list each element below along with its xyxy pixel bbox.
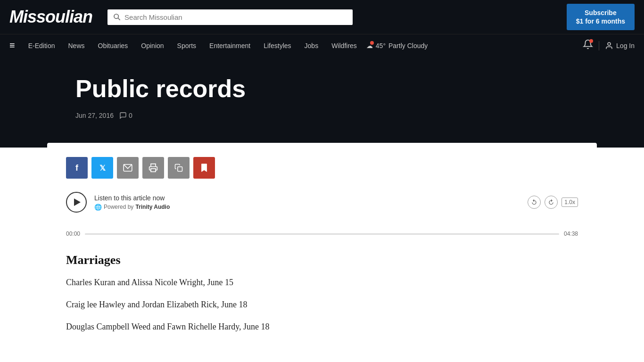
svg-point-0 xyxy=(114,14,118,18)
nav-item-opinion[interactable]: Opinion xyxy=(135,38,169,53)
share-row: f 𝕏 xyxy=(66,157,578,179)
share-print-button[interactable] xyxy=(142,157,164,179)
share-twitter-button[interactable]: 𝕏 xyxy=(91,157,113,179)
svg-line-1 xyxy=(118,18,120,20)
notifications-button[interactable] xyxy=(583,39,593,52)
nav-item-jobs[interactable]: Jobs xyxy=(299,38,324,53)
share-copy-button[interactable] xyxy=(168,157,190,179)
search-input[interactable] xyxy=(124,13,347,21)
weather-temp: 45° xyxy=(376,42,386,49)
login-label: Log In xyxy=(616,42,635,49)
search-icon xyxy=(113,13,121,21)
total-time: 04:38 xyxy=(564,230,578,237)
globe-icon: 🌐 xyxy=(94,204,102,211)
nav-item-obituaries[interactable]: Obituaries xyxy=(92,38,134,53)
top-bar: Missoulian Subscribe $1 for 6 months xyxy=(0,0,644,34)
audio-controls: 1.0x xyxy=(528,196,578,209)
svg-point-2 xyxy=(608,42,611,45)
comment-count: 0 xyxy=(129,112,132,119)
nav-item-entertainment[interactable]: Entertainment xyxy=(204,38,256,53)
current-time: 00:00 xyxy=(66,230,80,237)
nav-item-news[interactable]: News xyxy=(62,38,90,53)
progress-bar[interactable] xyxy=(85,233,559,235)
weather-widget: ☁ 45° Partly Cloudy xyxy=(366,42,428,49)
nav-item-lifestyles[interactable]: Lifestyles xyxy=(258,38,297,53)
marriage-entry-1: Charles Kuran and Alissa Nicole Wright, … xyxy=(66,276,578,289)
forward-button[interactable] xyxy=(545,196,558,209)
weather-alert-dot xyxy=(370,41,374,45)
audio-info: Listen to this article now 🌐 Powered by … xyxy=(94,194,520,211)
section-title: Marriages xyxy=(66,253,578,267)
play-icon xyxy=(74,198,81,206)
share-facebook-button[interactable]: f xyxy=(66,157,88,179)
article-title: Public records xyxy=(75,75,569,102)
article-body: Marriages Charles Kuran and Alissa Nicol… xyxy=(66,253,578,333)
article-meta: Jun 27, 2016 0 xyxy=(75,112,569,119)
svg-rect-4 xyxy=(151,169,156,172)
nav-item-e-edition[interactable]: E-Edition xyxy=(23,38,61,53)
weather-icon: ☁ xyxy=(366,42,373,49)
comment-link[interactable]: 0 xyxy=(119,112,132,119)
audio-title: Listen to this article now xyxy=(94,194,520,202)
login-button[interactable]: Log In xyxy=(605,41,635,50)
nav-item-wildfires[interactable]: Wildfires xyxy=(326,38,363,53)
hamburger-menu[interactable]: ≡ xyxy=(9,40,15,51)
marriage-entry-3: Douglas Campbell Weed and Fawn Richelle … xyxy=(66,320,578,334)
nav-right: Log In xyxy=(583,39,635,52)
share-bookmark-button[interactable] xyxy=(193,157,215,179)
audio-player: Listen to this article now 🌐 Powered by … xyxy=(66,192,578,217)
rewind-button[interactable] xyxy=(528,196,541,209)
content-card: f 𝕏 xyxy=(47,143,597,361)
weather-condition: Partly Cloudy xyxy=(388,42,428,49)
progress-row: 00:00 04:38 xyxy=(66,230,578,242)
site-logo[interactable]: Missoulian xyxy=(9,7,92,27)
audio-powered-by: 🌐 Powered by Trinity Audio xyxy=(94,204,520,211)
audio-play-button[interactable] xyxy=(66,192,87,213)
nav-item-sports[interactable]: Sports xyxy=(172,38,202,53)
nav-bar: ≡ E-Edition News Obituaries Opinion Spor… xyxy=(0,34,644,57)
article-header: Public records Jun 27, 2016 0 xyxy=(0,57,644,148)
share-email-button[interactable] xyxy=(117,157,139,179)
article-date: Jun 27, 2016 xyxy=(75,112,114,119)
search-area xyxy=(107,9,353,25)
subscribe-button[interactable]: Subscribe $1 for 6 months xyxy=(567,4,635,30)
nav-divider xyxy=(599,41,599,50)
audio-brand: Trinity Audio xyxy=(135,204,170,210)
marriage-entry-2: Craig lee Hawley and Jordan Elizabeth Ri… xyxy=(66,298,578,312)
notification-dot xyxy=(589,39,593,43)
svg-rect-5 xyxy=(178,167,182,172)
speed-control[interactable]: 1.0x xyxy=(561,197,578,207)
